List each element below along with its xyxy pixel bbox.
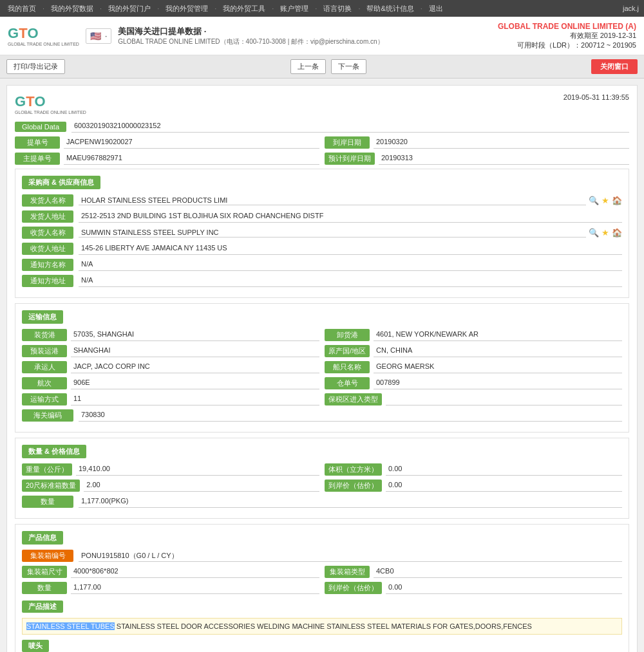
consignee-value: SUMWIN STAINLESS STEEL SUPPLY INC <box>79 228 586 238</box>
time-window: 可用时段（LDR）：200712 ~ 201905 <box>498 41 636 50</box>
doc-logo-sub: GLOBAL TRADE ONLINE LIMITED <box>15 110 86 115</box>
doc-logo: G T O GLOBAL TRADE ONLINE LIMITED <box>15 93 86 115</box>
next-button-top[interactable]: 下一条 <box>331 59 366 74</box>
print-button-top[interactable]: 打印/导出记录 <box>6 59 65 74</box>
quantity-label: 数量 <box>22 496 73 508</box>
product-desc-highlight: STAINLESS STEEL TUBES <box>26 622 115 630</box>
ftz-type-value <box>386 394 622 405</box>
page-title: 美国海关进口提单数据 · <box>118 26 383 37</box>
consignee-search-icon[interactable]: 🔍 <box>589 228 599 238</box>
product-desc-section: 产品描述 STAINLESS STEEL TUBES STAINLESS STE… <box>22 598 622 635</box>
consignee-addr-label: 收货人地址 <box>22 243 73 255</box>
user-name: jack.j <box>623 5 639 12</box>
nav-logout[interactable]: 退出 <box>426 3 446 15</box>
voyage-label: 航次 <box>22 377 67 389</box>
weight-label: 重量（公斤） <box>22 463 72 476</box>
shipper-search-icon[interactable]: 🔍 <box>589 196 599 205</box>
shipper-addr-row: 发货人地址 2512-2513 2ND BUILDING 1ST BLOJIHU… <box>22 210 622 223</box>
page-subtitle: GLOBAL TRADE ONLINE LIMITED（电话：400-710-3… <box>118 37 383 46</box>
nav-help[interactable]: 帮助&统计信息 <box>364 3 416 15</box>
nav-management[interactable]: 我的外贸管理 <box>163 3 211 15</box>
port-row: 装货港 57035, SHANGHAI 卸货港 4601, NEW YORK/N… <box>22 329 622 341</box>
voyage-value: 906E <box>71 378 319 389</box>
quantity-row: 数量 1,177.00(PKG) <box>22 496 622 508</box>
notify-name-row: 通知方名称 N/A <box>22 259 622 271</box>
shipper-star-icon[interactable]: ★ <box>601 196 609 205</box>
container20-price-row: 20尺标准箱数量 2.00 到岸价（估价） 0.00 <box>22 480 622 492</box>
consignee-label: 收货人名称 <box>22 227 73 239</box>
product-description: STAINLESS STEEL TUBES STAINLESS STEEL DO… <box>22 618 622 635</box>
supplier-section-header: 采购商 & 供应商信息 <box>22 176 100 189</box>
nav-home[interactable]: 我的首页 <box>5 3 39 15</box>
close-button-top[interactable]: 关闭窗口 <box>591 59 638 74</box>
nav-tools[interactable]: 我的外贸工具 <box>220 3 268 15</box>
top-navigation: 我的首页 · 我的外贸数据 · 我的外贸门户 · 我的外贸管理 · 我的外贸工具… <box>0 0 644 17</box>
nav-trade-data[interactable]: 我的外贸数据 <box>48 3 96 15</box>
us-flag-icon: 🇺🇸 <box>90 31 101 41</box>
transport-mode-row: 运输方式 11 保税区进入类型 <box>22 393 622 405</box>
nav-portal[interactable]: 我的外贸门户 <box>106 3 153 15</box>
warehouse-no-value: 007899 <box>374 378 622 389</box>
origin-value: CN, CHINA <box>374 346 622 357</box>
document-card: G T O GLOBAL TRADE ONLINE LIMITED 2019-0… <box>6 85 638 652</box>
weight-volume-row: 重量（公斤） 19,410.00 体积（立方米） 0.00 <box>22 463 622 476</box>
prod-arrival-price-label: 到岸价（估价） <box>325 582 382 594</box>
container-size-type-row: 集装箱尺寸 4000*806*802 集装箱类型 4CB0 <box>22 566 622 578</box>
pre-transport-value: SHANGHAI <box>71 346 319 357</box>
transport-mode-label: 运输方式 <box>22 393 67 405</box>
discharge-port-label: 卸货港 <box>325 329 370 341</box>
warehouse-no-label: 仓单号 <box>325 377 370 389</box>
product-desc-label: 产品描述 <box>22 601 63 613</box>
prod-quantity-value: 1,177.00 <box>71 582 319 594</box>
volume-label: 体积（立方米） <box>325 463 382 476</box>
container-no-label: 集装箱编号 <box>22 550 73 562</box>
consignee-addr-value: 145-26 LIBERTY AVE JAMAICA NY 11435 US <box>79 243 622 255</box>
pretransport-origin-row: 预装运港 SHANGHAI 原产国/地区 CN, CHINA <box>22 345 622 357</box>
pre-transport-label: 预装运港 <box>22 345 67 357</box>
container-no-value: PONU1915810（G0 / L / CY） <box>79 550 622 562</box>
master-bill-row: 主提单号 MAEU967882971 预计到岸日期 20190313 <box>15 153 629 165</box>
notify-addr-label: 通知方地址 <box>22 275 73 287</box>
load-port-value: 57035, SHANGHAI <box>71 330 319 341</box>
product-desc-rest: STAINLESS STEEL DOOR ACCESSORIES WELDING… <box>115 622 532 630</box>
origin-label: 原产国/地区 <box>325 345 370 357</box>
main-content: G T O GLOBAL TRADE ONLINE LIMITED 2019-0… <box>0 79 644 652</box>
arrival-price-label: 到岸价（估价） <box>325 480 382 492</box>
arrival-date-value: 20190320 <box>374 137 629 149</box>
carrier-label: 承运人 <box>22 361 67 373</box>
doc-logo-t: T <box>26 93 34 110</box>
consignee-home-icon[interactable]: 🏠 <box>612 228 622 238</box>
logo-o: O <box>28 25 39 42</box>
shipper-home-icon[interactable]: 🏠 <box>612 196 622 205</box>
consignee-row: 收货人名称 SUMWIN STAINLESS STEEL SUPPLY INC … <box>22 227 622 239</box>
vessel-name-value: GEORG MAERSK <box>374 362 622 373</box>
bill-no-value: JACPENW19020027 <box>64 137 319 149</box>
transport-section-header: 运输信息 <box>22 310 63 324</box>
doc-logo-g: G <box>15 93 26 110</box>
container-size-value: 4000*806*802 <box>71 566 319 578</box>
shipper-label: 发货人名称 <box>22 194 73 207</box>
marks-label: 唛头 <box>22 640 49 652</box>
quantity-section: 数量 & 价格信息 重量（公斤） 19,410.00 体积（立方米） 0.00 … <box>15 438 629 519</box>
master-bill-label: 主提单号 <box>15 153 60 165</box>
shipper-addr-label: 发货人地址 <box>22 210 73 223</box>
shipper-row: 发货人名称 HOLAR STAINLESS STEEL PRODUCTS LIM… <box>22 194 622 207</box>
nav-language[interactable]: 语言切换 <box>321 3 354 15</box>
prev-button-top[interactable]: 上一条 <box>290 59 326 74</box>
prod-arrival-price-value: 0.00 <box>386 582 622 594</box>
nav-account[interactable]: 账户管理 <box>278 3 311 15</box>
consignee-addr-row: 收货人地址 145-26 LIBERTY AVE JAMAICA NY 1143… <box>22 243 622 255</box>
product-section: 产品信息 集装箱编号 PONU1915810（G0 / L / CY） 集装箱尺… <box>15 524 629 652</box>
container-no-row: 集装箱编号 PONU1915810（G0 / L / CY） <box>22 550 622 562</box>
voyage-warehouse-row: 航次 906E 仓单号 007899 <box>22 377 622 389</box>
logo-subtitle: GLOBAL TRADE ONLINE LIMITED <box>8 42 79 46</box>
consignee-star-icon[interactable]: ★ <box>601 228 609 238</box>
notify-name-label: 通知方名称 <box>22 259 73 271</box>
shipper-value: HOLAR STAINLESS STEEL PRODUCTS LIMI <box>79 196 586 205</box>
quantity-section-header: 数量 & 价格信息 <box>22 445 86 458</box>
prod-quantity-price-row: 数量 1,177.00 到岸价（估价） 0.00 <box>22 582 622 594</box>
container20-value: 2.00 <box>84 480 319 492</box>
global-data-label: Global Data <box>15 122 66 132</box>
bill-arrival-row: 提单号 JACPENW19020027 到岸日期 20190320 <box>15 136 629 149</box>
flag-selector[interactable]: 🇺🇸 · <box>86 28 111 44</box>
